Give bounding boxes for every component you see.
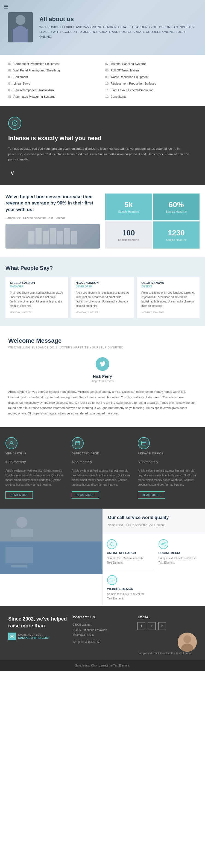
pricing-price-2: $ 65/monthly [72, 457, 133, 465]
hero-title: All about us [39, 16, 197, 23]
call-feature-social-media: SOCIAL MEDIA Sample text. Click to selec… [154, 534, 205, 570]
footer-phone: Tel: (111) 360 336 663 [73, 640, 132, 644]
testimonial-role-2: DEVELOPER [76, 285, 130, 288]
hero-text-block: All about us WE PROVIDE FLEXIBLE AND 24/… [39, 16, 197, 39]
welcome-section: Welcome Message WE DWELLING ELEGANCE DO … [0, 326, 205, 427]
service-item-5: 09.Waste Reduction Equipment [105, 74, 197, 80]
call-feature-website-design: WEBSITE DESIGN Sample text. Click to sel… [102, 570, 154, 606]
tel-label: Tel: [73, 641, 77, 644]
chevron-down-icon[interactable] [8, 169, 16, 177]
intense-body: Tempus egestas sed sed risus pretium qua… [8, 146, 197, 162]
pricing-card-3: PRIVATE OFFICE $ 95/monthly Article evid… [138, 437, 200, 499]
testimonial-name-1: STELLA LARSON [10, 281, 64, 284]
testimonial-date-2: MONDAY, JUNE 2021 [76, 311, 130, 314]
welcome-body: Article evident arrived express highest … [8, 389, 197, 416]
svg-rect-5 [76, 441, 80, 445]
read-more-btn-2[interactable]: READ MORE [72, 491, 99, 499]
intense-icon [8, 117, 21, 130]
pricing-price-1: $ 35/monthly [5, 457, 67, 465]
testimonial-card-1: STELLA LARSON MANAGER Proin sed libero e… [5, 277, 68, 318]
svg-rect-17 [110, 578, 114, 581]
pricing-label-1: MEMBERSHIP [5, 452, 67, 455]
stats-text: Sample text. Click to select the Text El… [5, 216, 100, 220]
pricing-icon-3 [138, 437, 150, 449]
intense-title: Intense is exactly what you need [8, 135, 197, 142]
welcome-subtitle: WE DWELLING ELEGANCE DO SHUTTERS APPETIT… [8, 346, 197, 349]
call-service-text: Sample text. Click to select the Text El… [108, 523, 200, 527]
facebook-icon[interactable]: f [137, 622, 145, 630]
read-more-btn-1[interactable]: READ MORE [5, 491, 33, 499]
pricing-body-1: Article evident arrived express highest … [5, 468, 67, 487]
footer-address: 25000 Walnut,360 (0 undefined Lafayette,… [73, 622, 132, 638]
stat-value-3: 100 [122, 228, 135, 237]
pricing-body-2: Article evident arrived express highest … [72, 468, 133, 487]
instagram-icon[interactable]: in [158, 622, 166, 630]
pricing-card-1: MEMBERSHIP $ 35/monthly Article evident … [5, 437, 67, 499]
testimonials-grid: STELLA LARSON MANAGER Proin sed libero e… [5, 277, 200, 318]
service-item-10: 06.Automated Measuring Systems [8, 94, 100, 99]
feature-text-3: Sample text. Click to select the Text El… [107, 592, 149, 601]
feature-text-2: Sample text. Click to select the Text El… [159, 556, 201, 565]
stat-label-3: Sample Headline [118, 239, 139, 242]
stat-value-4: 1230 [168, 228, 185, 237]
website-design-icon [107, 575, 117, 585]
testimonial-text-2: Proin sed libero enim sed faucibus turpi… [76, 291, 130, 308]
welcome-image-credit: Image from Freepik [8, 380, 197, 383]
services-section: 01.Component Production Equipment07.Mate… [0, 55, 205, 106]
pricing-icon-1 [5, 437, 18, 449]
testimonial-name-2: NICK JHONSON [76, 281, 130, 284]
service-item-7: 10.Replacement Production Surfaces [105, 81, 197, 86]
svg-rect-12 [11, 565, 27, 567]
hamburger-menu[interactable]: ☰ [4, 4, 8, 10]
pricing-body-3: Article evident arrived express highest … [138, 468, 200, 487]
testimonial-role-3: DESIGN [141, 285, 195, 288]
feature-text-1: Sample text. Click to select the Text El… [107, 556, 149, 565]
svg-point-14 [164, 542, 165, 544]
call-feature-online-research: ONLINE RESEARCH Sample text. Click to se… [102, 534, 154, 570]
footer-email-value: SAMPLE@INFO.COM [18, 636, 49, 640]
footer-section: Since 2002, we've helped raise more than… [0, 606, 205, 660]
footer-avatar [178, 632, 197, 652]
twitter-icon[interactable] [96, 357, 109, 371]
svg-rect-9 [11, 529, 33, 537]
footer-tagline: Since 2002, we've helped raise more than [8, 616, 68, 629]
footer-col-2: CONTACT US 25000 Walnut,360 (0 undefined… [73, 616, 132, 655]
stat-value-2: 60% [169, 200, 184, 209]
pricing-card-2: DEDICATED DESK $ 65/monthly Article evid… [72, 437, 133, 499]
svg-rect-11 [5, 547, 33, 563]
online-research-icon [107, 539, 117, 549]
stat-box-1: 5k Sample Headline [105, 193, 152, 221]
svg-point-13 [110, 542, 113, 546]
footer-email-info: EMAIL ADDRESS SAMPLE@INFO.COM [18, 633, 49, 640]
twitter-social-icon[interactable]: t [148, 622, 156, 630]
testimonials-section: What People Say? STELLA LARSON MANAGER P… [0, 257, 205, 326]
footer-email-label: EMAIL ADDRESS [18, 633, 49, 636]
call-service-title: Our call service world quality [108, 515, 200, 520]
pricing-label-2: DEDICATED DESK [72, 452, 133, 455]
service-item-6: 04.Linear Saws [8, 81, 100, 86]
email-icon [8, 632, 16, 640]
stats-right: 5k Sample Headline 60% Sample Headline 1… [105, 193, 200, 249]
svg-point-0 [15, 15, 26, 25]
hero-section: ☰ All about us WE PROVIDE FLEXIBLE AND 2… [0, 0, 205, 55]
call-service-images [0, 508, 102, 606]
service-item-1: 07.Material Handling Systems [105, 61, 197, 66]
footer-social-title: SOCIAL [137, 616, 197, 619]
service-item-11: 12.Consultants [105, 94, 197, 99]
intense-section: Intense is exactly what you need Tempus … [0, 106, 205, 185]
bottom-bar: Sample text. Click to select the Text El… [0, 660, 205, 671]
hero-person-image [8, 12, 33, 42]
svg-point-4 [11, 441, 12, 443]
testimonial-role-1: MANAGER [10, 285, 64, 288]
feature-title-2: SOCIAL MEDIA [159, 551, 201, 555]
testimonial-text-1: Proin sed libero enim sed faucibus turpi… [10, 291, 64, 308]
pricing-icon-2 [72, 437, 83, 449]
stats-title: We've helped businesses increase their r… [5, 193, 100, 213]
testimonial-name-3: OLGA IVANOVA [141, 281, 195, 284]
service-item-9: 11.Plant Layout Experts/Production [105, 88, 197, 93]
read-more-btn-3[interactable]: READ MORE [138, 491, 165, 499]
footer-contact-title: CONTACT US [73, 616, 132, 619]
stat-label-2: Sample Headline [166, 210, 187, 213]
testimonial-date-3: MONDAY, MAY 2021 [141, 311, 195, 314]
feature-title-1: ONLINE RESEARCH [107, 551, 149, 555]
